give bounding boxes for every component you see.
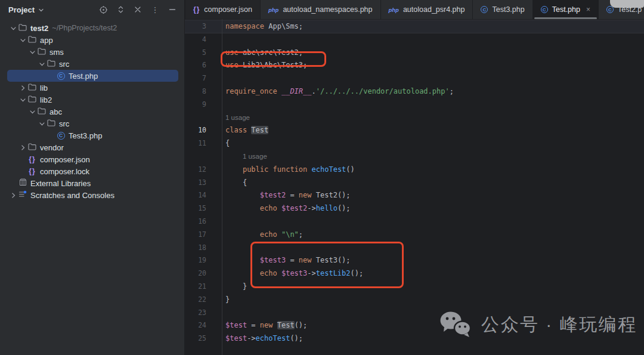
hide-panel-icon[interactable] — [166, 4, 178, 16]
line-number[interactable]: 23 — [185, 307, 206, 320]
folder-icon — [18, 24, 27, 33]
tree-item-vendor[interactable]: vendor — [0, 141, 184, 153]
expand-collapse-icon[interactable] — [114, 4, 126, 16]
usage-inlay-hint[interactable]: 1 usage — [225, 112, 250, 125]
code-text: require_once __DIR__.'/../../../vendor/a… — [225, 85, 454, 98]
line-number[interactable]: 24 — [185, 319, 206, 332]
locate-opened-file-icon[interactable] — [97, 4, 109, 16]
code-lines: 3namespace App\Sms;45use abc\src\Test2;6… — [185, 20, 644, 345]
tab-test3-php[interactable]: CTest3.php — [472, 0, 532, 19]
project-panel-header: Project ⋮ — [0, 0, 184, 19]
collapse-all-icon[interactable] — [132, 4, 144, 16]
line-number[interactable]: 21 — [185, 280, 206, 294]
folder-icon — [28, 36, 36, 45]
code-line-15: 15 echo $test2->hello(); — [185, 202, 644, 215]
code-text: public function echoTest() — [225, 163, 355, 177]
usage-inlay-row: 1 usage — [185, 112, 644, 125]
more-options-icon[interactable]: ⋮ — [149, 4, 161, 16]
tree-item-test2[interactable]: test2~/PhpProjects/test2 — [0, 22, 184, 34]
tree-item-lib2[interactable]: lib2 — [0, 94, 184, 106]
chevron-expanded-icon[interactable] — [8, 23, 18, 33]
tree-item-test3-php[interactable]: CTest3.php — [0, 129, 184, 141]
tree-item-app[interactable]: app — [0, 34, 184, 46]
usage-inlay-row: 1 usage — [185, 150, 644, 163]
line-number[interactable]: 9 — [185, 98, 206, 112]
tree-item-sms[interactable]: sms — [0, 46, 184, 58]
chevron-collapsed-icon[interactable] — [18, 83, 27, 92]
chevron-expanded-icon[interactable] — [37, 119, 47, 128]
chevron-collapsed-icon[interactable] — [18, 143, 27, 152]
watermark: 公众号 · 峰玩编程 — [439, 311, 637, 338]
close-tab-icon[interactable]: × — [586, 5, 590, 14]
code-line-11: 11{ — [185, 137, 644, 150]
line-number[interactable]: 22 — [185, 294, 206, 307]
code-line-14: 14 $test2 = new Test2(); — [185, 189, 644, 202]
tree-item-lib[interactable]: lib — [0, 82, 184, 94]
line-number[interactable]: 25 — [185, 332, 206, 345]
tab-label: composer.json — [204, 5, 252, 14]
chevron-expanded-icon[interactable] — [37, 59, 47, 69]
chevron-spacer — [47, 131, 56, 140]
project-panel-title[interactable]: Project — [8, 5, 44, 14]
tab-composer-json[interactable]: {}composer.json — [185, 0, 260, 19]
php-class-icon: C — [481, 6, 488, 13]
chevron-expanded-icon[interactable] — [18, 35, 27, 45]
chevron-collapsed-icon[interactable] — [8, 190, 18, 200]
tree-item-src[interactable]: src — [0, 118, 184, 129]
code-text: { — [225, 177, 247, 190]
code-text: } — [225, 294, 230, 307]
tree-item-composer-json[interactable]: {}composer.json — [0, 153, 184, 165]
line-number[interactable]: 10 — [185, 124, 206, 137]
tree-item-abc[interactable]: abc — [0, 106, 184, 118]
chevron-expanded-icon[interactable] — [18, 95, 27, 104]
line-number[interactable]: 4 — [185, 33, 206, 47]
project-tree: test2~/PhpProjects/test2appsmssrcCTest.p… — [0, 19, 184, 201]
code-text: $test->echoTest(); — [225, 332, 303, 345]
tree-item-composer-lock[interactable]: {}composer.lock — [0, 165, 184, 177]
tab-label: Test.php — [552, 5, 580, 14]
line-number[interactable]: 6 — [185, 59, 206, 72]
chevron-expanded-icon[interactable] — [27, 107, 37, 116]
line-number[interactable]: 17 — [185, 229, 206, 242]
tree-item-label: src — [59, 60, 69, 69]
line-number[interactable]: 11 — [185, 137, 206, 150]
library-icon — [19, 178, 27, 188]
tab-test-php[interactable]: CTest.php× — [532, 0, 598, 19]
line-number[interactable]: 16 — [185, 215, 206, 229]
line-number[interactable]: 12 — [185, 163, 206, 177]
tab-autoload-psr4-php[interactable]: phpautoload_psr4.php — [380, 0, 473, 19]
line-number[interactable]: 19 — [185, 254, 206, 267]
tree-item-label: src — [59, 119, 69, 128]
chevron-expanded-icon[interactable] — [27, 47, 37, 57]
tree-item-label: lib2 — [40, 95, 52, 104]
line-number[interactable]: 18 — [185, 242, 206, 255]
wechat-icon — [439, 311, 472, 338]
project-panel-title-label: Project — [8, 5, 35, 14]
tree-item-external-libraries[interactable]: External Libraries — [0, 177, 184, 189]
tree-item-scratches-and-consoles[interactable]: Scratches and Consoles — [0, 189, 184, 201]
tree-item-label: test2 — [30, 24, 48, 33]
folder-icon — [28, 84, 36, 92]
tree-item-test-php[interactable]: CTest.php — [0, 70, 184, 82]
folder-icon — [47, 60, 55, 69]
usage-inlay-hint[interactable]: 1 usage — [243, 150, 267, 163]
overlay-fragment — [610, 0, 644, 8]
line-number[interactable]: 15 — [185, 202, 206, 215]
code-line-12: 12 public function echoTest() — [185, 163, 644, 177]
line-number[interactable]: 20 — [185, 267, 206, 280]
line-number[interactable]: 3 — [185, 20, 206, 33]
line-number[interactable]: 8 — [185, 85, 206, 98]
watermark-text: 公众号 · 峰玩编程 — [481, 313, 637, 337]
tree-item-label: External Libraries — [30, 179, 91, 188]
line-number[interactable]: 5 — [185, 47, 206, 60]
braces-file-icon: {} — [29, 167, 35, 175]
code-line-4: 4 — [185, 33, 644, 47]
line-number[interactable]: 13 — [185, 177, 206, 190]
tab-autoload-namespaces-php[interactable]: phpautoload_namespaces.php — [260, 0, 380, 19]
line-number[interactable]: 7 — [185, 72, 206, 85]
code-editor[interactable]: 3namespace App\Sms;45use abc\src\Test2;6… — [185, 19, 644, 355]
php-file-icon: php — [268, 7, 278, 13]
chevron-spacer — [18, 155, 27, 164]
line-number[interactable]: 14 — [185, 189, 206, 202]
tree-item-src[interactable]: src — [0, 58, 184, 70]
